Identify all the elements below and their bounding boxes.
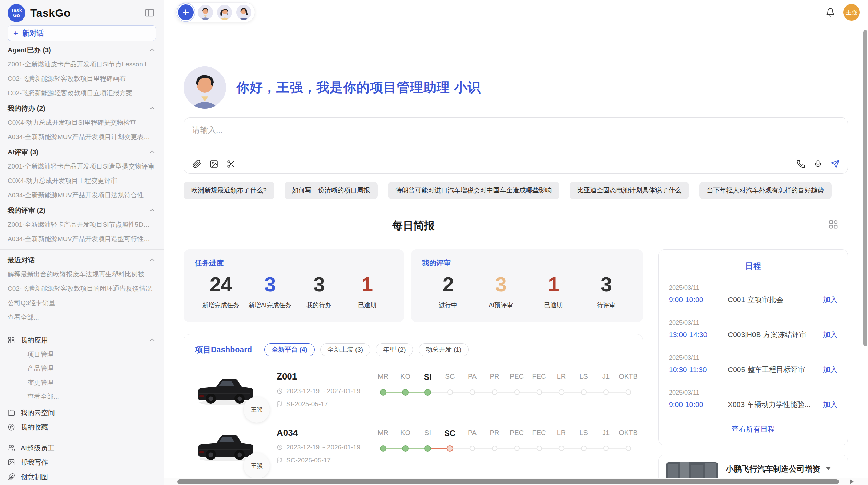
app-item-project-mgmt[interactable]: 项目管理 xyxy=(27,349,156,359)
schedule-name: X003-车辆动力学性能验... xyxy=(728,400,823,409)
join-button[interactable]: 加入 xyxy=(823,365,837,374)
avatar[interactable] xyxy=(236,5,251,20)
schedule-time: 9:00-10:00 xyxy=(669,400,728,409)
project-row[interactable]: 王强 Z001 2023-12-19 ~ 2027-01-19 xyxy=(195,371,632,408)
join-button[interactable]: 加入 xyxy=(823,330,837,339)
recent-item[interactable]: C02-飞腾新能源轻客改款项目的闭环通告反馈情况 xyxy=(8,284,156,294)
sidebar-item-help-write[interactable]: 帮我写作 xyxy=(8,457,156,468)
sidebar-item-cloud-space[interactable]: 我的云空间 xyxy=(8,408,156,418)
filter-chip[interactable]: 全新平台 (4) xyxy=(264,343,315,356)
sidebar-item[interactable]: A034-全新新能源MUV产品开发项目计划变更表编写 xyxy=(8,132,156,142)
project-row[interactable]: 王强 A034 2023-12-19 ~ 2026-01-19 xyxy=(195,427,632,464)
recent-item[interactable]: 公司Q3轻卡销量 xyxy=(8,298,156,308)
chat-input[interactable] xyxy=(192,125,840,156)
phone-icon[interactable] xyxy=(796,160,805,169)
schedule-item: 2025/03/11 9:00-10:00 X003-车辆动力学性能验... 加… xyxy=(669,382,837,417)
attachment-icon[interactable] xyxy=(192,160,201,169)
app-item-product-mgmt[interactable]: 产品管理 xyxy=(27,363,156,373)
horizontal-scrollbar[interactable] xyxy=(177,479,839,484)
sidebar-item[interactable]: Z001-全新燃油轻卡产品开发项目SI节点属性5D文件评审 xyxy=(8,220,156,229)
chevron-up-icon[interactable] xyxy=(148,256,156,264)
apps-view-all[interactable]: 查看全部... xyxy=(27,391,156,401)
suggestion-chip[interactable]: 比亚迪全固态电池计划具体说了什么 xyxy=(570,182,689,199)
favorites-label: 我的收藏 xyxy=(21,423,48,432)
filter-chip[interactable]: 全新上装 (3) xyxy=(320,343,371,356)
join-button[interactable]: 加入 xyxy=(823,295,837,304)
scroll-right-arrow[interactable] xyxy=(850,479,854,484)
section-title: AI评审 (3) xyxy=(8,148,38,157)
topbar-right: 王强 xyxy=(825,4,860,21)
owner-badge: 王强 xyxy=(244,453,270,479)
chevron-up-icon[interactable] xyxy=(148,46,156,54)
image-upload-icon[interactable] xyxy=(209,160,218,169)
sidebar-item-my-apps[interactable]: 我的应用 xyxy=(8,335,156,345)
content: 你好，王强，我是你的项目管理助理 小识 欧洲新规最近颁布了什么? 如何写一份清晰… xyxy=(164,66,868,485)
chevron-up-icon[interactable] xyxy=(148,207,156,214)
new-session-button[interactable] xyxy=(178,4,194,20)
project-flag: SC-2025-05-17 xyxy=(277,457,362,464)
right-column: 日程 2025/03/11 9:00-10:00 C001-立项审批会 加入 2… xyxy=(658,249,848,485)
sidebar-collapse-icon[interactable] xyxy=(144,8,155,18)
sidebar-item-creative-draw[interactable]: 创意制图 xyxy=(8,472,156,482)
milestone-label: LR xyxy=(557,373,566,380)
sidebar-item[interactable]: C02-飞腾新能源轻客改款项目里程碑画布 xyxy=(8,74,156,84)
card-title: 我的评审 xyxy=(422,258,632,268)
chevron-up-icon[interactable] xyxy=(148,104,156,112)
task-progress-card: 任务进度 24 新增完成任务 3 新增AI完成任务 xyxy=(184,249,404,322)
milestone-dot xyxy=(537,446,542,451)
milestone-label: LR xyxy=(557,429,566,436)
project-info: Z001 2023-12-19 ~ 2027-01-19 SI-2025-05-… xyxy=(277,371,362,408)
milestone-label: KO xyxy=(400,429,410,436)
chevron-up-icon[interactable] xyxy=(148,148,156,156)
recent-item[interactable]: 解释最新出台的欧盟报废车法规再生塑料比例被调到15%... xyxy=(8,269,156,279)
schedule-card: 日程 2025/03/11 9:00-10:00 C001-立项审批会 加入 2… xyxy=(658,249,848,445)
avatar[interactable] xyxy=(217,5,232,20)
microphone-icon[interactable] xyxy=(813,160,822,169)
sidebar-item[interactable]: A034-全新新能源MUV产品开发项目造型可行性评审 xyxy=(8,234,156,244)
stat: 2 进行中 xyxy=(427,273,469,309)
recent-view-all[interactable]: 查看全部... xyxy=(8,312,156,322)
filter-chip[interactable]: 年型 (2) xyxy=(376,343,413,356)
scissors-icon[interactable] xyxy=(227,160,236,169)
sidebar-item[interactable]: Z001-全新燃油轻卡产品开发项目SI造型提交物评审 xyxy=(8,161,156,171)
avatar[interactable] xyxy=(198,5,213,20)
suggestion-chip[interactable]: 欧洲新规最近颁布了什么? xyxy=(184,182,274,199)
app-logo: Task Go xyxy=(8,4,25,22)
schedule-item: 2025/03/11 13:00-14:30 C003|H0B-方案冻结评审 加… xyxy=(669,312,837,347)
new-chat-button[interactable]: + 新对话 xyxy=(8,25,156,41)
sidebar-item[interactable]: Z001-全新燃油皮卡产品开发项目SI节点Lesson Learn报告 xyxy=(8,59,156,69)
app-item-change-mgmt[interactable]: 变更管理 xyxy=(27,377,156,387)
stat-value: 2 xyxy=(427,273,469,296)
section-header-my-todo[interactable]: 我的待办 (2) xyxy=(8,103,156,113)
scroll-down-indicator[interactable] xyxy=(825,467,831,470)
milestone-label: J1 xyxy=(602,373,610,380)
chevron-up-icon[interactable] xyxy=(148,336,156,344)
layout-grid-icon[interactable] xyxy=(828,219,839,229)
section-header-ai-review[interactable]: AI评审 (3) xyxy=(8,147,156,157)
view-all-schedule-link[interactable]: 查看所有日程 xyxy=(669,424,837,434)
suggestion-chip[interactable]: 当下年轻人对汽车外观有怎样的喜好趋势 xyxy=(699,182,832,199)
schedule-name: C001-立项审批会 xyxy=(728,295,823,304)
sidebar-item-ai-employee[interactable]: AI超级员工 xyxy=(8,443,156,453)
stat-label: 新增AI完成任务 xyxy=(249,301,291,309)
sidebar-item-favorites[interactable]: 我的收藏 xyxy=(8,422,156,432)
notification-bell-icon[interactable] xyxy=(825,8,835,17)
join-button[interactable]: 加入 xyxy=(823,400,837,409)
user-avatar[interactable]: 王强 xyxy=(843,4,860,21)
vertical-scrollbar[interactable] xyxy=(863,30,867,346)
section-header-agent-done[interactable]: Agent已办 (3) xyxy=(8,45,156,55)
send-icon[interactable] xyxy=(831,160,840,169)
suggestion-chip[interactable]: 特朗普可能对进口汽车增税会对中国车企造成哪些影响 xyxy=(388,182,559,199)
sidebar-item[interactable]: C02-飞腾新能源轻客改款项目立项汇报方案 xyxy=(8,88,156,98)
filter-chip[interactable]: 动总开发 (1) xyxy=(419,343,469,356)
sidebar-item[interactable]: A034-全新新能源MUV产品开发项目法规符合性评审 xyxy=(8,190,156,200)
section-header-my-review[interactable]: 我的评审 (2) xyxy=(8,206,156,215)
milestone-label: PA xyxy=(468,429,477,436)
milestone-label: OKTB xyxy=(619,429,637,436)
stat-label: AI预评审 xyxy=(480,301,521,309)
suggestion-chip[interactable]: 如何写一份清晰的项目周报 xyxy=(285,182,378,199)
stat-cards: 任务进度 24 新增完成任务 3 新增AI完成任务 xyxy=(184,249,643,322)
sidebar-item[interactable]: C0X4-动力总成开发项目工程变更评审 xyxy=(8,176,156,186)
sidebar-item[interactable]: C0X4-动力总成开发项目SI里程碑提交物检查 xyxy=(8,117,156,127)
section-header-recent[interactable]: 最近对话 xyxy=(8,255,156,265)
